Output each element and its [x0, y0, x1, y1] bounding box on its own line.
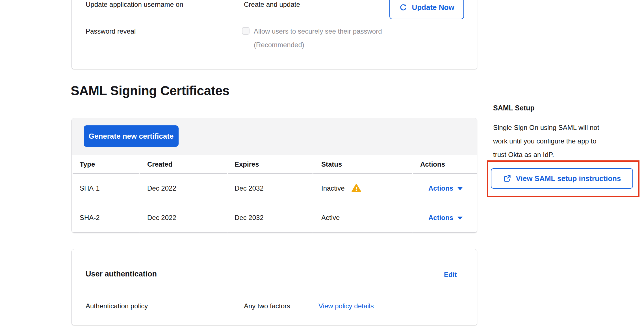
authentication-policy-label: Authentication policy: [86, 301, 148, 311]
update-now-label: Update Now: [412, 3, 454, 12]
table-row: SHA-2 Dec 2022 Dec 2032 Active Actions: [73, 203, 477, 232]
update-now-button[interactable]: Update Now: [389, 0, 464, 19]
cert-type: SHA-1: [73, 174, 139, 203]
actions-dropdown[interactable]: Actions: [428, 184, 463, 192]
page-title: SAML Signing Certificates: [71, 83, 229, 98]
refresh-icon: [399, 3, 407, 12]
column-header-status: Status: [313, 155, 412, 174]
warning-icon: [352, 184, 361, 193]
cert-type: SHA-2: [73, 203, 139, 232]
caret-down-icon: [457, 217, 463, 220]
cert-expires: Dec 2032: [228, 174, 313, 203]
app-settings-card: Update application username on Create an…: [71, 0, 477, 69]
column-header-created: Created: [140, 155, 227, 174]
table-header-row: Type Created Expires Status Actions: [73, 155, 477, 174]
caret-down-icon: [457, 187, 463, 190]
user-authentication-card: User authentication Edit Authentication …: [71, 249, 477, 325]
column-header-actions: Actions: [413, 155, 477, 174]
description-line: trust Okta as an IdP.: [493, 148, 640, 162]
cert-expires: Dec 2032: [228, 203, 313, 232]
password-reveal-label: Password reveal: [86, 27, 136, 36]
column-header-type: Type: [73, 155, 139, 174]
certificates-toolbar: Generate new certificate: [72, 118, 477, 155]
authentication-policy-value: Any two factors: [244, 301, 290, 311]
external-link-icon: [503, 175, 511, 183]
actions-label: Actions: [428, 184, 453, 192]
password-reveal-checkbox[interactable]: [242, 27, 250, 35]
status-badge: Inactive: [321, 184, 345, 192]
cert-created: Dec 2022: [140, 174, 227, 203]
user-authentication-title: User authentication: [86, 269, 157, 279]
status-badge: Active: [321, 214, 340, 222]
generate-new-certificate-button[interactable]: Generate new certificate: [84, 125, 179, 147]
view-saml-label: View SAML setup instructions: [516, 174, 621, 183]
username-update-label: Update application username on: [86, 0, 183, 9]
column-header-expires: Expires: [228, 155, 313, 174]
view-saml-setup-instructions-button[interactable]: View SAML setup instructions: [491, 168, 633, 189]
description-line: work until you configure the app to: [493, 134, 640, 148]
description-line: Single Sign On using SAML will not: [493, 121, 640, 134]
checkbox-label-line2: (Recommended): [254, 40, 304, 50]
saml-setup-heading: SAML Setup: [493, 104, 535, 112]
edit-link[interactable]: Edit: [444, 270, 457, 280]
actions-label: Actions: [428, 214, 453, 222]
username-update-value: Create and update: [244, 0, 300, 9]
view-policy-details-link[interactable]: View policy details: [318, 301, 374, 311]
actions-dropdown[interactable]: Actions: [428, 214, 463, 222]
page: Update application username on Create an…: [0, 0, 644, 327]
certificates-table: Type Created Expires Status Actions SHA-…: [72, 155, 478, 232]
table-row: SHA-1 Dec 2022 Dec 2032 Inactive: [73, 174, 477, 203]
cert-created: Dec 2022: [140, 203, 227, 232]
checkbox-label-line1: Allow users to securely see their passwo…: [254, 27, 382, 36]
saml-setup-description: Single Sign On using SAML will not work …: [493, 121, 640, 162]
saml-certificates-card: Generate new certificate Type Created Ex…: [71, 118, 477, 233]
